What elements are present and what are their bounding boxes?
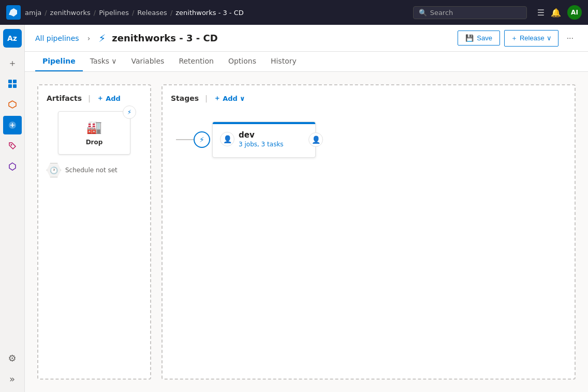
page-header: All pipelines › ⚡ zenithworks - 3 - CD 💾… [25,25,588,52]
sidebar-item-repos[interactable] [3,95,22,114]
breadcrumb-pipelines[interactable]: Pipelines [99,9,129,17]
page-title: zenithworks - 3 - CD [112,33,217,43]
tasks-chevron-icon: ∨ [111,57,116,65]
panel-divider: | [88,94,91,102]
tab-pipeline[interactable]: Pipeline [35,52,83,71]
artifact-name: Drop [86,139,103,146]
schedule-item[interactable]: 🕐 Schedule not set [47,163,142,177]
artifact-build-icon: 🏭 [86,120,102,134]
stage-post-approval-icon[interactable]: 👤 [308,132,323,147]
svg-point-5 [10,144,12,146]
sidebar: Az ＋ ⚙ » [0,25,25,392]
all-pipelines-link[interactable]: All pipelines [35,34,79,42]
breadcrumb-chevron-icon: › [87,34,91,42]
header-actions: 💾 Save ＋ Release ∨ ··· [458,30,578,47]
breadcrumb-current: zenithworks - 3 - CD [175,9,244,17]
sidebar-item-artifacts[interactable] [3,157,22,176]
sidebar-settings[interactable]: ⚙ [3,349,22,367]
artifacts-panel: Artifacts | ＋ Add ⚡ 🏭 Drop 🕐 Schedule no… [37,84,151,380]
stage-body: 👤 dev 3 jobs, 3 tasks [213,124,315,157]
sidebar-item-boards[interactable] [3,74,22,93]
pipeline-icon: ⚡ [98,32,106,44]
topbar: amja / zenithworks / Pipelines / Release… [0,0,588,25]
list-icon[interactable]: ☰ [537,8,545,18]
svg-rect-0 [8,80,12,83]
main-content: All pipelines › ⚡ zenithworks - 3 - CD 💾… [25,25,588,392]
notification-icon[interactable]: 🔔 [551,8,561,18]
stage-pre-approval-icon[interactable]: 👤 [220,132,234,146]
chevron-down-icon: ∨ [547,34,552,42]
sidebar-add-button[interactable]: ＋ [3,54,22,72]
stages-add-button[interactable]: ＋ Add ∨ [214,94,245,103]
search-box[interactable]: 🔍 Search [413,6,527,19]
tab-options[interactable]: Options [221,52,263,71]
stage-card[interactable]: 👤 dev 3 jobs, 3 tasks [212,122,316,158]
more-options-button[interactable]: ··· [563,31,578,46]
topbar-icons: ☰ 🔔 AI [537,5,582,20]
pipeline-canvas: Artifacts | ＋ Add ⚡ 🏭 Drop 🕐 Schedule no… [25,72,588,392]
sidebar-item-test[interactable] [3,137,22,155]
stages-panel-divider: | [205,94,208,102]
artifacts-panel-header: Artifacts | ＋ Add [47,94,142,103]
stages-panel: Stages | ＋ Add ∨ ⚡ [161,84,576,380]
tab-nav: Pipeline Tasks ∨ Variables Retention Opt… [25,52,588,72]
sidebar-item-pipelines[interactable] [3,116,22,134]
stages-panel-header: Stages | ＋ Add ∨ [171,94,566,103]
breadcrumb-sep-0: / [45,9,47,17]
sidebar-item-azure[interactable]: Az [3,29,22,48]
breadcrumb-amja[interactable]: amja [25,9,41,17]
svg-rect-1 [13,80,17,83]
search-icon: 🔍 [419,9,427,17]
tab-variables[interactable]: Variables [124,52,171,71]
stages-add-icon: ＋ [214,94,220,103]
release-button[interactable]: ＋ Release ∨ [504,30,558,47]
svg-rect-3 [13,84,17,88]
tab-tasks[interactable]: Tasks ∨ [83,52,124,71]
schedule-label: Schedule not set [65,167,117,174]
plus-icon: ＋ [511,34,518,43]
stage-trigger-icon[interactable]: ⚡ [194,131,210,148]
save-button[interactable]: 💾 Save [458,31,500,46]
add-icon: ＋ [97,94,104,103]
stage-header-row: 👤 dev 3 jobs, 3 tasks [220,130,308,148]
breadcrumb-sep-3: / [170,9,172,17]
svg-rect-2 [8,84,12,88]
stage-wrapper: ⚡ 👤 dev 3 jobs, 3 tasks [202,122,316,158]
stage-info: dev 3 jobs, 3 tasks [239,130,308,148]
artifacts-title: Artifacts [47,94,82,102]
sidebar-bottom: ⚙ » [3,349,22,388]
main-layout: Az ＋ ⚙ » All pipelines › ⚡ zenithworks -… [0,25,588,392]
breadcrumb-zenithworks[interactable]: zenithworks [50,9,91,17]
save-icon: 💾 [465,34,474,42]
avatar[interactable]: AI [567,5,582,20]
stages-content: ⚡ 👤 dev 3 jobs, 3 tasks [171,111,566,168]
breadcrumb-sep-2: / [132,9,134,17]
breadcrumb-releases[interactable]: Releases [137,9,167,17]
artifact-card[interactable]: ⚡ 🏭 Drop [58,111,130,155]
schedule-icon: 🕐 [47,163,61,177]
breadcrumb-sep-1: / [94,9,96,17]
sidebar-collapse[interactable]: » [3,369,22,388]
stage-name: dev [239,130,308,140]
tab-retention[interactable]: Retention [171,52,221,71]
artifact-trigger-icon[interactable]: ⚡ [123,105,136,119]
azure-devops-logo[interactable] [6,5,21,20]
stages-title: Stages [171,94,199,102]
artifacts-add-button[interactable]: ＋ Add [97,94,121,103]
breadcrumb: amja / zenithworks / Pipelines / Release… [25,9,244,17]
tab-history[interactable]: History [263,52,304,71]
stages-add-chevron: ∨ [240,95,245,102]
search-placeholder: Search [430,9,453,17]
stage-tasks-link[interactable]: 3 jobs, 3 tasks [239,141,308,148]
